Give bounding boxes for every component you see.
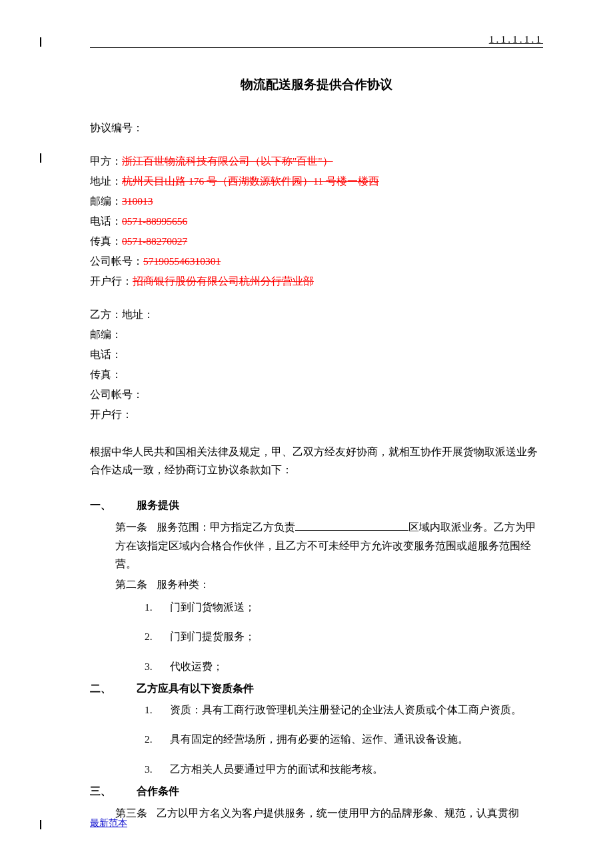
party-a-zip-line: 邮编：310013 bbox=[90, 193, 543, 209]
party-a-name-line: 甲方：浙江百世物流科技有限公司（以下称"百世"） bbox=[90, 153, 543, 169]
party-a-name: 浙江百世物流科技有限公司（以下称"百世"） bbox=[122, 155, 333, 167]
clause-2-text: 服务种类： bbox=[157, 579, 210, 590]
item-num: 2. bbox=[145, 628, 170, 645]
clause-3-text: 乙方以甲方名义为客户提供服务，统一使用甲方的品牌形象、规范，认真贯彻 bbox=[157, 807, 519, 819]
party-a-fax: 0571-88270027 bbox=[122, 235, 187, 247]
party-a-acct: 571905546310301 bbox=[143, 255, 221, 267]
tel-label: 电话： bbox=[90, 215, 122, 227]
item-num: 2. bbox=[145, 731, 170, 748]
party-a-bank: 招商银行股份有限公司杭州分行营业部 bbox=[133, 275, 314, 287]
party-b-bank-line: 开户行： bbox=[90, 407, 543, 423]
section-1-heading: 一、服务提供 bbox=[90, 499, 543, 513]
footer-template-link[interactable]: 最新范本 bbox=[90, 817, 127, 829]
page-number: 1.1.1.1.1 bbox=[489, 33, 543, 45]
party-b-tel-line: 电话： bbox=[90, 347, 543, 363]
section-3-heading: 三、合作条件 bbox=[90, 785, 543, 799]
party-b-acct-line: 公司帐号： bbox=[90, 387, 543, 403]
blank-field bbox=[295, 519, 408, 531]
section-3-title: 合作条件 bbox=[137, 785, 179, 797]
addr-label: 地址： bbox=[90, 175, 122, 187]
party-a-addr-line: 地址：杭州天目山路 176 号（西湖数源软件园）11 号楼一楼西 bbox=[90, 173, 543, 189]
clause-2-label: 第二条 bbox=[115, 575, 154, 593]
revision-mark bbox=[40, 153, 41, 163]
clause-1-text-a: 服务范围：甲方指定乙方负责 bbox=[157, 521, 295, 533]
revision-mark bbox=[40, 37, 41, 47]
clause-1: 第一条 服务范围：甲方指定乙方负责区域内取派业务。乙方为甲方在该指定区域内合格合… bbox=[115, 518, 543, 572]
party-a-acct-line: 公司帐号：571905546310301 bbox=[90, 253, 543, 269]
bank-label: 开户行： bbox=[90, 275, 133, 287]
document-title: 物流配送服务提供合作协议 bbox=[90, 76, 543, 93]
zip-label: 邮编： bbox=[90, 195, 122, 207]
list-item: 1.门到门货物派送； bbox=[145, 599, 543, 616]
party-a-fax-line: 传真：0571-88270027 bbox=[90, 233, 543, 249]
fax-label: 传真： bbox=[90, 235, 122, 247]
item-text: 门到门提货服务； bbox=[170, 631, 255, 642]
item-text: 代收运费； bbox=[170, 661, 223, 672]
party-a-tel: 0571-88995656 bbox=[122, 215, 187, 227]
party-b-zip-line: 邮编： bbox=[90, 327, 543, 343]
acct-label: 公司帐号： bbox=[90, 255, 143, 267]
section-2-heading: 二、乙方应具有以下资质条件 bbox=[90, 682, 543, 696]
section-1-num: 一、 bbox=[90, 499, 137, 513]
party-a-tel-line: 电话：0571-88995656 bbox=[90, 213, 543, 229]
party-b-name-line: 乙方：地址： bbox=[90, 307, 543, 323]
item-text: 乙方相关人员要通过甲方的面试和技能考核。 bbox=[170, 763, 383, 775]
list-item: 3.代收运费； bbox=[145, 658, 543, 675]
item-text: 资质：具有工商行政管理机关注册登记的企业法人资质或个体工商户资质。 bbox=[170, 704, 522, 715]
clause-2: 第二条 服务种类： bbox=[115, 575, 543, 593]
document-page: 1.1.1.1.1 物流配送服务提供合作协议 协议编号： 甲方：浙江百世物流科技… bbox=[90, 33, 543, 825]
party-a-addr: 杭州天目山路 176 号（西湖数源软件园）11 号楼一楼西 bbox=[122, 175, 379, 187]
list-item: 3.乙方相关人员要通过甲方的面试和技能考核。 bbox=[145, 761, 543, 778]
party-a-label: 甲方： bbox=[90, 155, 122, 167]
item-num: 3. bbox=[145, 761, 170, 778]
item-num: 1. bbox=[145, 599, 170, 616]
section-1-title: 服务提供 bbox=[137, 499, 179, 511]
party-a-zip: 310013 bbox=[122, 195, 153, 207]
party-b-fax-line: 传真： bbox=[90, 367, 543, 383]
agreement-number-label: 协议编号： bbox=[90, 120, 543, 136]
page-header: 1.1.1.1.1 bbox=[90, 33, 543, 48]
clause-1-label: 第一条 bbox=[115, 518, 154, 536]
item-text: 具有固定的经营场所，拥有必要的运输、运作、通讯设备设施。 bbox=[170, 733, 468, 745]
section-2-title: 乙方应具有以下资质条件 bbox=[137, 683, 254, 694]
party-a-bank-line: 开户行：招商银行股份有限公司杭州分行营业部 bbox=[90, 273, 543, 289]
section-3-num: 三、 bbox=[90, 785, 137, 799]
item-text: 门到门货物派送； bbox=[170, 601, 255, 613]
list-item: 2.门到门提货服务； bbox=[145, 628, 543, 645]
section-2-num: 二、 bbox=[90, 682, 137, 696]
item-num: 3. bbox=[145, 658, 170, 675]
item-num: 1. bbox=[145, 701, 170, 719]
clause-3: 第三条 乙方以甲方名义为客户提供服务，统一使用甲方的品牌形象、规范，认真贯彻 bbox=[115, 804, 543, 822]
revision-mark bbox=[40, 820, 41, 829]
list-item: 2.具有固定的经营场所，拥有必要的运输、运作、通讯设备设施。 bbox=[145, 731, 543, 748]
list-item: 1.资质：具有工商行政管理机关注册登记的企业法人资质或个体工商户资质。 bbox=[145, 701, 543, 719]
preamble-text: 根据中华人民共和国相关法律及规定，甲、乙双方经友好协商，就相互协作开展货物取派送… bbox=[90, 443, 543, 479]
